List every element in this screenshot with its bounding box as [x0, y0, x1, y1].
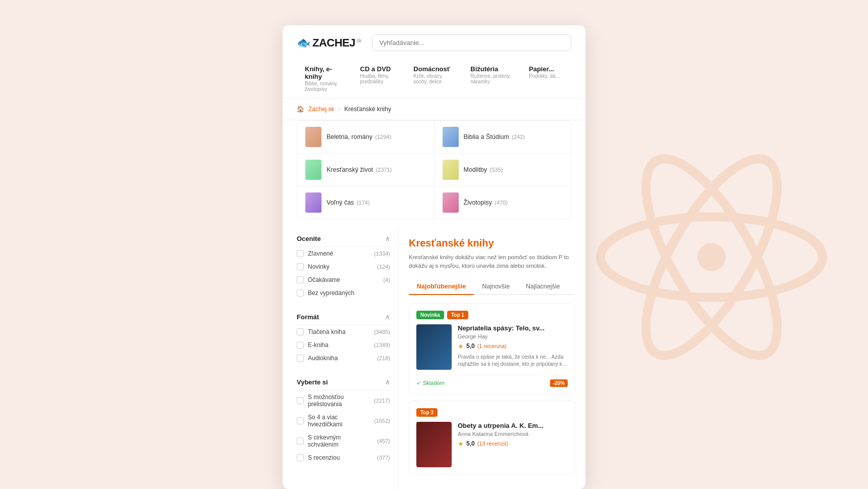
header-top: 🐟 ZACHEJ.sk	[297, 34, 571, 51]
svg-point-0	[601, 217, 823, 298]
site-header: 🐟 ZACHEJ.sk Knihy, e-knihy Biblie, román…	[283, 25, 585, 99]
checkbox-tlacena[interactable]	[297, 328, 304, 335]
nav-item-books[interactable]: Knihy, e-knihy Biblie, romány, životopis…	[297, 59, 352, 98]
checkbox-hviezdicky[interactable]	[297, 417, 304, 424]
filter-option-zlavnene[interactable]: Zľavnené (1334)	[297, 247, 390, 260]
rating-count-1: (1 recenzia)	[477, 343, 507, 349]
svg-point-1	[621, 140, 802, 373]
tab-najnovsie[interactable]: Najnovšie	[474, 279, 518, 295]
product-name-2[interactable]: Obety a utrpenia A. K. Em...	[458, 422, 568, 429]
filter-label-recenziou: S recenziou	[308, 454, 373, 461]
checkbox-novinky[interactable]	[297, 263, 304, 270]
filter-count-ocakavame: (4)	[384, 277, 390, 283]
nav-paper-title: Papier...	[529, 65, 563, 73]
filter-title-vyberte: Vyberte si	[297, 378, 328, 386]
breadcrumb-home-link[interactable]: Zachej.sk	[308, 106, 334, 113]
category-item-zivotopisy[interactable]: Životopisy (470)	[435, 186, 571, 219]
svg-point-2	[621, 140, 802, 373]
nav-item-home[interactable]: Domácnosť Krže, obrazy, sochy, dekor	[405, 59, 462, 98]
checkbox-prelistovania[interactable]	[297, 397, 304, 404]
category-item-volny[interactable]: Voľný čas (174)	[297, 186, 434, 219]
rating-score-1: 5,0	[466, 343, 475, 350]
discount-badge-1: -20%	[550, 379, 568, 387]
nav-item-jewelry[interactable]: Bižutéria Ružence, prsteny, náramky	[462, 59, 521, 98]
category-grid: Beletria, romány (1294) Biblia a Štúdium…	[297, 120, 571, 219]
filter-title-ocenite: Ocenite	[297, 235, 321, 242]
page-description: Kresťanské knihy dokážu viac než len pom…	[409, 253, 575, 271]
filter-option-bez-vypredanych[interactable]: Bez vypredaných	[297, 286, 390, 300]
checkbox-schvalenim[interactable]	[297, 437, 304, 445]
sidebar: Ocenite ∧ Zľavnené (1334) Novinky (124) …	[283, 229, 399, 489]
filter-header-format[interactable]: Formát ∧	[297, 308, 390, 325]
checkbox-audiokniha[interactable]	[297, 355, 304, 362]
filter-label-zlavnene: Zľavnené	[308, 250, 370, 257]
svg-point-3	[697, 243, 726, 271]
filter-count-prelistovania: (2217)	[374, 398, 390, 404]
filter-option-audiokniha[interactable]: Audiokniha (218)	[297, 352, 390, 365]
filter-count-ekniha: (1349)	[374, 342, 390, 348]
filter-count-hviezdicky: (1652)	[374, 418, 390, 424]
product-thumb-1	[416, 324, 452, 370]
badge-new-1: Novinka	[416, 311, 444, 319]
product-info-1: Nepriatelia spásy: Telo, sv... George Ha…	[458, 324, 568, 370]
nav-cd-subtitle: Hudba, filmy, prednášky	[360, 73, 398, 84]
breadcrumb-current: Kresťanské knihy	[344, 106, 391, 113]
filter-label-audiokniha: Audiokniha	[308, 355, 373, 362]
filter-title-format: Formát	[297, 313, 319, 321]
filter-option-ocakavame[interactable]: Očakávame (4)	[297, 273, 390, 286]
filter-option-novinky[interactable]: Novinky (124)	[297, 260, 390, 273]
nav-item-cd[interactable]: CD a DVD Hudba, filmy, prednášky	[352, 59, 406, 98]
logo-text: ZACHEJ.sk	[312, 36, 362, 50]
filter-chevron-ocenite: ∧	[385, 234, 390, 242]
checkmark-icon-1: ✓	[416, 380, 421, 386]
filter-label-hviezdicky: So 4 a viac hviezdičkami	[308, 414, 370, 428]
filter-option-hviezdicky[interactable]: So 4 a viac hviezdičkami (1652)	[297, 411, 390, 431]
checkbox-bez-vypredanych[interactable]	[297, 289, 304, 297]
filter-section-vyberte: Vyberte si ∧ S možnosťou prelistovania (…	[297, 373, 390, 464]
filter-count-novinky: (124)	[377, 264, 390, 270]
filter-label-ekniha: E-kniha	[308, 341, 370, 349]
checkbox-zlavnene[interactable]	[297, 250, 304, 257]
star-icon-2: ★	[458, 440, 464, 448]
category-item-krestansky[interactable]: Kresťanský život (2371)	[297, 154, 434, 186]
filter-header-ocenite[interactable]: Ocenite ∧	[297, 229, 390, 247]
search-input[interactable]	[372, 34, 571, 51]
filter-count-zlavnene: (1334)	[374, 251, 390, 257]
product-name-1[interactable]: Nepriatelia spásy: Telo, sv...	[458, 324, 568, 332]
nav-jewelry-title: Bižutéria	[470, 65, 513, 73]
site-nav: Knihy, e-knihy Biblie, romány, životopis…	[297, 59, 571, 98]
filter-count-recenziou: (377)	[377, 455, 390, 461]
checkbox-ocakavame[interactable]	[297, 276, 304, 283]
filter-option-prelistovania[interactable]: S možnosťou prelistovania (2217)	[297, 390, 390, 411]
category-item-beletria[interactable]: Beletria, romány (1294)	[297, 121, 434, 153]
category-item-modlitby[interactable]: Modlitby (535)	[435, 154, 571, 186]
product-badges-2: Top 3	[416, 408, 568, 417]
content-area: Ocenite ∧ Zľavnené (1334) Novinky (124) …	[283, 229, 585, 489]
star-icon-1: ★	[458, 343, 464, 350]
product-rating-1: ★ 5,0 (1 recenzia)	[458, 343, 568, 350]
checkbox-ekniha[interactable]	[297, 341, 304, 349]
filter-option-ekniha[interactable]: E-kniha (1349)	[297, 338, 390, 352]
category-thumb-volny	[305, 192, 321, 213]
tab-najlacnejsie[interactable]: Najlacnejšie	[518, 279, 568, 295]
logo[interactable]: 🐟 ZACHEJ.sk	[297, 36, 362, 50]
filter-option-schvalenim[interactable]: S cirkevným schválením (457)	[297, 431, 390, 451]
category-item-biblia[interactable]: Biblia a Štúdium (242)	[435, 121, 571, 153]
product-card-1: Novinka Top 1 Nepriatelia spásy: Telo, s…	[409, 303, 575, 395]
category-name-zivotopisy: Životopisy (470)	[464, 199, 508, 206]
filter-section-format: Formát ∧ Tlačená kniha (3485) E-kniha (1…	[297, 308, 390, 365]
in-stock-1: ✓ Skladom	[416, 380, 445, 386]
tab-najoblubenejsie[interactable]: Najobľúbenejšie	[409, 279, 474, 295]
filter-option-tlacena[interactable]: Tlačená kniha (3485)	[297, 325, 390, 338]
filter-label-novinky: Novinky	[308, 263, 373, 270]
product-author-2: Anna Katarina Emmerichová	[458, 431, 568, 437]
checkbox-recenziou[interactable]	[297, 454, 304, 461]
filter-option-recenziou[interactable]: S recenziou (377)	[297, 451, 390, 464]
nav-home-title: Domácnosť	[413, 65, 454, 73]
page-title: Kresťanské knihy	[409, 237, 575, 249]
nav-item-paper[interactable]: Papier... Podráky, dá...	[521, 59, 571, 98]
category-name-volny: Voľný čas (174)	[327, 199, 370, 206]
badge-top3-2: Top 3	[416, 408, 438, 417]
filter-header-vyberte[interactable]: Vyberte si ∧	[297, 373, 390, 390]
product-thumb-2	[416, 422, 452, 467]
